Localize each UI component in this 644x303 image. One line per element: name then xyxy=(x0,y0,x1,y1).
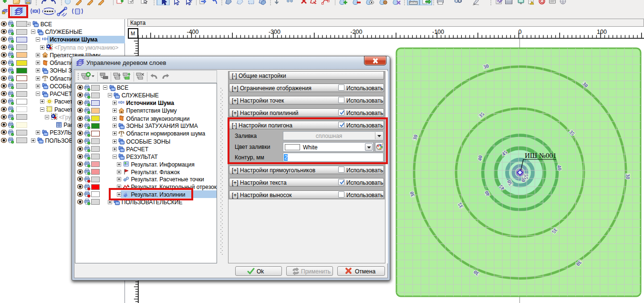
svg-text:55: 55 xyxy=(523,174,529,180)
svg-text:ИШ №001: ИШ №001 xyxy=(525,152,557,159)
svg-text:30: 30 xyxy=(625,174,631,179)
svg-text:40: 40 xyxy=(477,155,483,161)
svg-text:40: 40 xyxy=(556,165,562,171)
